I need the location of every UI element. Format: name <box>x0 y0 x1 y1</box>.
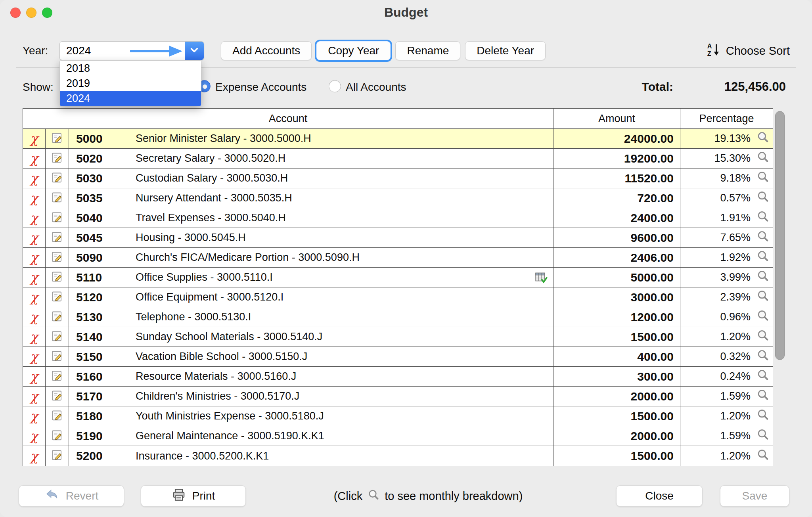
row-magnifier-icon[interactable] <box>756 289 770 305</box>
edit-row-button[interactable] <box>46 387 69 406</box>
edit-row-button[interactable] <box>46 287 69 307</box>
row-magnifier-icon[interactable] <box>756 428 770 444</box>
row-magnifier-icon[interactable] <box>756 130 770 147</box>
amount-value[interactable]: 1500.00 <box>553 446 680 466</box>
amount-value[interactable]: 19200.00 <box>553 149 680 168</box>
edit-row-button[interactable] <box>46 169 69 188</box>
delete-row-button[interactable]: χ <box>23 347 46 366</box>
rename-button[interactable]: Rename <box>395 41 460 60</box>
row-magnifier-icon[interactable] <box>756 210 770 226</box>
amount-value[interactable]: 3000.00 <box>553 287 680 307</box>
amount-value[interactable]: 400.00 <box>553 347 680 366</box>
delete-year-button[interactable]: Delete Year <box>465 41 546 60</box>
edit-row-button[interactable] <box>46 426 69 446</box>
amount-value[interactable]: 24000.00 <box>553 129 680 148</box>
table-row[interactable]: χ 5110 Office Supplies - 3000.5110.I <box>23 268 773 287</box>
row-magnifier-icon[interactable] <box>756 170 770 186</box>
amount-value[interactable]: 2406.00 <box>553 248 680 267</box>
delete-row-button[interactable]: χ <box>23 208 46 228</box>
table-row[interactable]: χ 5120 Office Equipment - 3000.5120.I <box>23 287 773 307</box>
vertical-scrollbar[interactable] <box>775 111 785 360</box>
edit-row-button[interactable] <box>46 406 69 426</box>
row-magnifier-icon[interactable] <box>756 408 770 424</box>
edit-row-button[interactable] <box>46 228 69 247</box>
table-row[interactable]: χ 5040 Travel Expenses - 3000.5040.H <box>23 208 773 228</box>
year-option-2019[interactable]: 2019 <box>60 76 201 91</box>
row-magnifier-icon[interactable] <box>756 249 770 266</box>
edit-row-button[interactable] <box>46 188 69 208</box>
amount-value[interactable]: 1200.00 <box>553 307 680 327</box>
revert-button[interactable]: Revert <box>19 485 124 507</box>
delete-row-button[interactable]: χ <box>23 129 46 148</box>
row-magnifier-icon[interactable] <box>756 309 770 325</box>
edit-row-button[interactable] <box>46 307 69 327</box>
table-row[interactable]: χ 5045 Housing - 3000.5045.H <box>23 228 773 248</box>
row-magnifier-icon[interactable] <box>756 388 770 404</box>
table-row[interactable]: χ 5170 Children's Ministries - 3000.5170… <box>23 387 773 406</box>
row-magnifier-icon[interactable] <box>756 230 770 246</box>
amount-value[interactable]: 2400.00 <box>553 208 680 228</box>
row-magnifier-icon[interactable] <box>756 190 770 206</box>
edit-row-button[interactable] <box>46 129 69 148</box>
table-row[interactable]: χ 5200 Insurance - 3000.5200.K.K1 <box>23 446 773 466</box>
delete-row-button[interactable]: χ <box>23 367 46 386</box>
edit-row-button[interactable] <box>46 208 69 228</box>
table-row[interactable]: χ 5190 General Maintenance - 3000.5190.K… <box>23 426 773 446</box>
edit-row-button[interactable] <box>46 446 69 466</box>
edit-row-button[interactable] <box>46 268 69 287</box>
delete-row-button[interactable]: χ <box>23 446 46 466</box>
delete-row-button[interactable]: χ <box>23 387 46 406</box>
amount-value[interactable]: 9600.00 <box>553 228 680 247</box>
table-row[interactable]: χ 5140 Sunday School Materials - 3000.51… <box>23 327 773 347</box>
row-magnifier-icon[interactable] <box>756 368 770 385</box>
table-row[interactable]: χ 5160 Resource Materials - 3000.5160.J <box>23 367 773 387</box>
all-accounts-radio[interactable] <box>329 80 341 92</box>
edit-row-button[interactable] <box>46 248 69 267</box>
table-row[interactable]: χ 5035 Nursery Attendant - 3000.5035.H <box>23 188 773 208</box>
delete-row-button[interactable]: χ <box>23 228 46 247</box>
amount-value[interactable]: 1500.00 <box>553 327 680 347</box>
amount-value[interactable]: 300.00 <box>553 367 680 386</box>
table-row[interactable]: χ 5130 Telephone - 3000.5130.I <box>23 307 773 327</box>
print-button[interactable]: Print <box>141 485 246 507</box>
delete-row-button[interactable]: χ <box>23 327 46 347</box>
table-row[interactable]: χ 5030 Custodian Salary - 3000.5030.H <box>23 169 773 188</box>
table-row[interactable]: χ 5090 Church's FICA/Medicare Portion - … <box>23 248 773 268</box>
delete-row-button[interactable]: χ <box>23 248 46 267</box>
add-accounts-button[interactable]: Add Accounts <box>221 41 312 60</box>
choose-sort-button[interactable]: A Z Choose Sort <box>706 42 790 60</box>
year-option-2018[interactable]: 2018 <box>60 61 201 76</box>
year-dropdown-button[interactable] <box>185 42 204 60</box>
table-row[interactable]: χ 5180 Youth Ministries Expense - 3000.5… <box>23 406 773 426</box>
year-option-2024[interactable]: 2024 <box>60 91 201 106</box>
amount-value[interactable]: 1500.00 <box>553 406 680 426</box>
row-magnifier-icon[interactable] <box>756 269 770 285</box>
delete-row-button[interactable]: χ <box>23 287 46 307</box>
amount-value[interactable]: 11520.00 <box>553 169 680 188</box>
row-magnifier-icon[interactable] <box>756 348 770 365</box>
save-button[interactable]: Save <box>720 485 789 507</box>
delete-row-button[interactable]: χ <box>23 169 46 188</box>
table-row[interactable]: χ 5020 Secretary Salary - 3000.5020.H <box>23 149 773 169</box>
edit-row-button[interactable] <box>46 367 69 386</box>
edit-row-button[interactable] <box>46 347 69 366</box>
delete-row-button[interactable]: χ <box>23 426 46 446</box>
row-magnifier-icon[interactable] <box>756 329 770 345</box>
delete-row-button[interactable]: χ <box>23 149 46 168</box>
row-magnifier-icon[interactable] <box>756 448 770 464</box>
edit-row-button[interactable] <box>46 327 69 347</box>
copy-year-button[interactable]: Copy Year <box>316 41 391 60</box>
delete-row-button[interactable]: χ <box>23 406 46 426</box>
amount-value[interactable]: 720.00 <box>553 188 680 208</box>
amount-value[interactable]: 2000.00 <box>553 387 680 406</box>
close-button[interactable]: Close <box>616 485 703 507</box>
amount-value[interactable]: 5000.00 <box>553 268 680 287</box>
table-row[interactable]: χ 5150 Vacation Bible School - 3000.5150… <box>23 347 773 367</box>
edit-row-button[interactable] <box>46 149 69 168</box>
table-row[interactable]: χ 5000 Senior Minister Salary - 3000.500… <box>23 129 773 149</box>
amount-value[interactable]: 2000.00 <box>553 426 680 446</box>
row-magnifier-icon[interactable] <box>756 150 770 167</box>
delete-row-button[interactable]: χ <box>23 307 46 327</box>
delete-row-button[interactable]: χ <box>23 268 46 287</box>
delete-row-button[interactable]: χ <box>23 188 46 208</box>
